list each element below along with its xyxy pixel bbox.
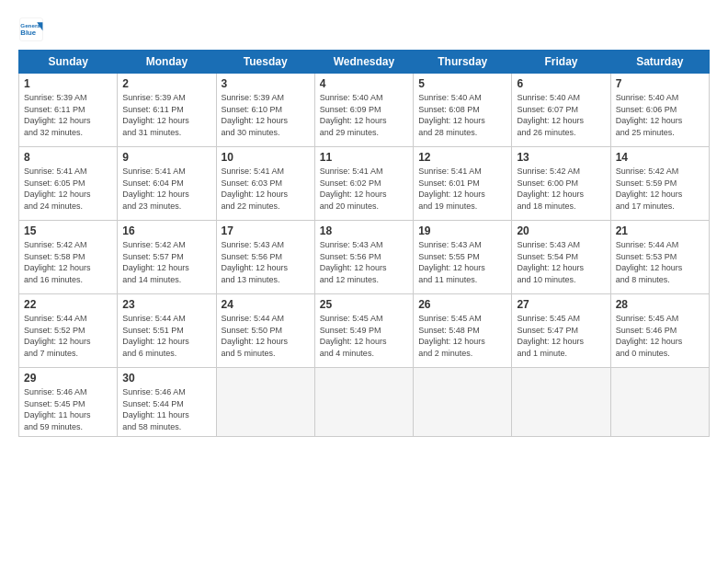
calendar-cell: 8Sunrise: 5:41 AM Sunset: 6:05 PM Daylig… (19, 147, 118, 221)
day-info: Sunrise: 5:39 AM Sunset: 6:10 PM Dayligh… (222, 92, 310, 138)
day-number: 20 (517, 224, 605, 237)
day-number: 11 (320, 151, 408, 164)
day-info: Sunrise: 5:46 AM Sunset: 5:45 PM Dayligh… (24, 386, 112, 432)
day-number: 16 (122, 224, 210, 237)
calendar-week-row: 22Sunrise: 5:44 AM Sunset: 5:52 PM Dayli… (19, 294, 710, 368)
day-info: Sunrise: 5:41 AM Sunset: 6:01 PM Dayligh… (418, 166, 506, 212)
calendar-cell: 30Sunrise: 5:46 AM Sunset: 5:44 PM Dayli… (118, 368, 216, 437)
day-info: Sunrise: 5:41 AM Sunset: 6:04 PM Dayligh… (122, 166, 210, 212)
calendar-cell: 22Sunrise: 5:44 AM Sunset: 5:52 PM Dayli… (19, 294, 118, 368)
day-info: Sunrise: 5:41 AM Sunset: 6:03 PM Dayligh… (222, 166, 310, 212)
day-info: Sunrise: 5:43 AM Sunset: 5:55 PM Dayligh… (418, 239, 506, 285)
calendar-header-friday: Friday (512, 51, 610, 74)
day-info: Sunrise: 5:41 AM Sunset: 6:05 PM Dayligh… (24, 166, 112, 212)
day-info: Sunrise: 5:40 AM Sunset: 6:06 PM Dayligh… (616, 92, 704, 138)
day-number: 29 (24, 372, 112, 385)
day-info: Sunrise: 5:42 AM Sunset: 5:58 PM Dayligh… (24, 239, 112, 285)
day-number: 21 (616, 224, 704, 237)
day-number: 6 (517, 77, 605, 90)
day-info: Sunrise: 5:44 AM Sunset: 5:51 PM Dayligh… (122, 313, 210, 359)
calendar-header-wednesday: Wednesday (314, 51, 413, 74)
calendar-header-saturday: Saturday (610, 51, 709, 74)
day-number: 19 (418, 224, 506, 237)
day-number: 8 (24, 151, 112, 164)
day-number: 7 (616, 77, 704, 90)
day-info: Sunrise: 5:40 AM Sunset: 6:09 PM Dayligh… (320, 92, 408, 138)
day-number: 12 (418, 151, 506, 164)
day-number: 26 (418, 298, 506, 311)
day-number: 13 (517, 151, 605, 164)
calendar-cell: 7Sunrise: 5:40 AM Sunset: 6:06 PM Daylig… (610, 74, 709, 147)
day-info: Sunrise: 5:42 AM Sunset: 5:57 PM Dayligh… (122, 239, 210, 285)
calendar-cell: 9Sunrise: 5:41 AM Sunset: 6:04 PM Daylig… (118, 147, 216, 221)
day-number: 5 (418, 77, 506, 90)
calendar-cell: 18Sunrise: 5:43 AM Sunset: 5:56 PM Dayli… (314, 221, 413, 294)
day-number: 28 (616, 298, 704, 311)
calendar-cell (314, 368, 413, 437)
svg-text:Blue: Blue (20, 29, 37, 37)
calendar-header-row: SundayMondayTuesdayWednesdayThursdayFrid… (19, 51, 710, 74)
day-number: 2 (122, 77, 210, 90)
calendar-cell: 12Sunrise: 5:41 AM Sunset: 6:01 PM Dayli… (414, 147, 512, 221)
calendar-cell (414, 368, 512, 437)
day-info: Sunrise: 5:39 AM Sunset: 6:11 PM Dayligh… (24, 92, 112, 138)
calendar-cell: 3Sunrise: 5:39 AM Sunset: 6:10 PM Daylig… (216, 74, 314, 147)
day-info: Sunrise: 5:44 AM Sunset: 5:50 PM Dayligh… (222, 313, 310, 359)
calendar-cell: 29Sunrise: 5:46 AM Sunset: 5:45 PM Dayli… (19, 368, 118, 437)
calendar-cell: 13Sunrise: 5:42 AM Sunset: 6:00 PM Dayli… (512, 147, 610, 221)
day-number: 1 (24, 77, 112, 90)
day-number: 27 (517, 298, 605, 311)
day-number: 17 (222, 224, 310, 237)
calendar-cell-day1: 1Sunrise: 5:39 AM Sunset: 6:11 PM Daylig… (19, 74, 118, 147)
day-number: 9 (122, 151, 210, 164)
day-info: Sunrise: 5:41 AM Sunset: 6:02 PM Dayligh… (320, 166, 408, 212)
calendar-header-monday: Monday (118, 51, 216, 74)
calendar-cell: 23Sunrise: 5:44 AM Sunset: 5:51 PM Dayli… (118, 294, 216, 368)
page-header: General Blue (18, 17, 710, 42)
logo: General Blue (18, 17, 44, 42)
calendar-cell: 19Sunrise: 5:43 AM Sunset: 5:55 PM Dayli… (414, 221, 512, 294)
calendar-week-row: 15Sunrise: 5:42 AM Sunset: 5:58 PM Dayli… (19, 221, 710, 294)
day-number: 25 (320, 298, 408, 311)
calendar-cell: 14Sunrise: 5:42 AM Sunset: 5:59 PM Dayli… (610, 147, 709, 221)
day-info: Sunrise: 5:45 AM Sunset: 5:48 PM Dayligh… (418, 313, 506, 359)
day-info: Sunrise: 5:44 AM Sunset: 5:53 PM Dayligh… (616, 239, 704, 285)
calendar-cell: 25Sunrise: 5:45 AM Sunset: 5:49 PM Dayli… (314, 294, 413, 368)
day-number: 30 (122, 372, 210, 385)
calendar-cell: 4Sunrise: 5:40 AM Sunset: 6:09 PM Daylig… (314, 74, 413, 147)
day-info: Sunrise: 5:39 AM Sunset: 6:11 PM Dayligh… (122, 92, 210, 138)
day-number: 22 (24, 298, 112, 311)
logo-icon: General Blue (18, 17, 44, 42)
day-info: Sunrise: 5:45 AM Sunset: 5:47 PM Dayligh… (517, 313, 605, 359)
day-number: 18 (320, 224, 408, 237)
calendar-cell: 26Sunrise: 5:45 AM Sunset: 5:48 PM Dayli… (414, 294, 512, 368)
day-number: 4 (320, 77, 408, 90)
day-number: 15 (24, 224, 112, 237)
calendar-week-row: 1Sunrise: 5:39 AM Sunset: 6:11 PM Daylig… (19, 74, 710, 147)
calendar-week-row: 29Sunrise: 5:46 AM Sunset: 5:45 PM Dayli… (19, 368, 710, 437)
day-number: 24 (222, 298, 310, 311)
day-info: Sunrise: 5:42 AM Sunset: 5:59 PM Dayligh… (616, 166, 704, 212)
calendar-cell (216, 368, 314, 437)
calendar-cell: 10Sunrise: 5:41 AM Sunset: 6:03 PM Dayli… (216, 147, 314, 221)
calendar-cell: 20Sunrise: 5:43 AM Sunset: 5:54 PM Dayli… (512, 221, 610, 294)
calendar-header-tuesday: Tuesday (216, 51, 314, 74)
calendar-cell: 2Sunrise: 5:39 AM Sunset: 6:11 PM Daylig… (118, 74, 216, 147)
calendar-header-sunday: Sunday (19, 51, 118, 74)
calendar: SundayMondayTuesdayWednesdayThursdayFrid… (18, 50, 710, 437)
day-info: Sunrise: 5:42 AM Sunset: 6:00 PM Dayligh… (517, 166, 605, 212)
calendar-header-thursday: Thursday (414, 51, 512, 74)
calendar-cell (512, 368, 610, 437)
day-info: Sunrise: 5:40 AM Sunset: 6:08 PM Dayligh… (418, 92, 506, 138)
calendar-cell: 16Sunrise: 5:42 AM Sunset: 5:57 PM Dayli… (118, 221, 216, 294)
calendar-cell: 28Sunrise: 5:45 AM Sunset: 5:46 PM Dayli… (610, 294, 709, 368)
day-info: Sunrise: 5:43 AM Sunset: 5:54 PM Dayligh… (517, 239, 605, 285)
day-number: 14 (616, 151, 704, 164)
calendar-cell: 21Sunrise: 5:44 AM Sunset: 5:53 PM Dayli… (610, 221, 709, 294)
day-number: 23 (122, 298, 210, 311)
calendar-cell: 17Sunrise: 5:43 AM Sunset: 5:56 PM Dayli… (216, 221, 314, 294)
calendar-cell: 5Sunrise: 5:40 AM Sunset: 6:08 PM Daylig… (414, 74, 512, 147)
calendar-week-row: 8Sunrise: 5:41 AM Sunset: 6:05 PM Daylig… (19, 147, 710, 221)
calendar-cell: 27Sunrise: 5:45 AM Sunset: 5:47 PM Dayli… (512, 294, 610, 368)
calendar-cell: 11Sunrise: 5:41 AM Sunset: 6:02 PM Dayli… (314, 147, 413, 221)
